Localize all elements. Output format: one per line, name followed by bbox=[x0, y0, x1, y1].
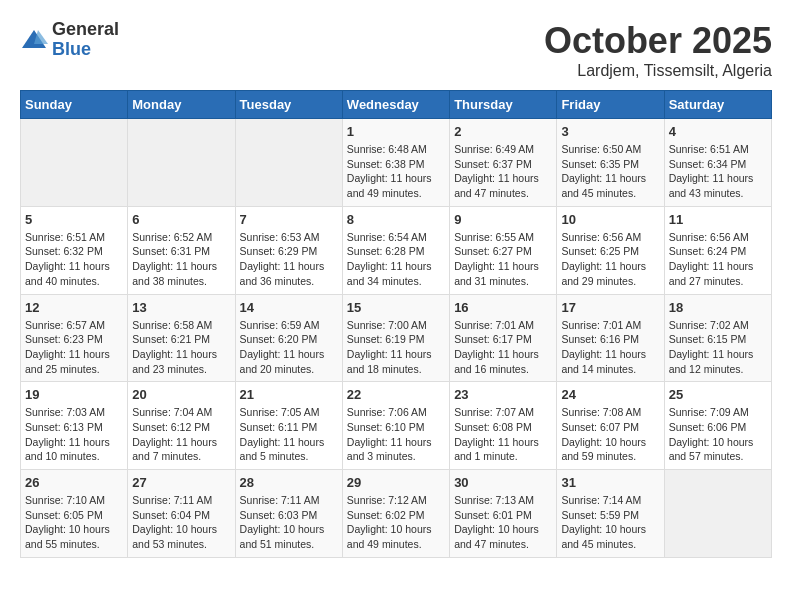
day-number: 7 bbox=[240, 212, 338, 227]
location: Lardjem, Tissemsilt, Algeria bbox=[544, 62, 772, 80]
day-number: 23 bbox=[454, 387, 552, 402]
day-info: Sunrise: 6:56 AMSunset: 6:25 PMDaylight:… bbox=[561, 230, 659, 289]
day-cell: 17Sunrise: 7:01 AMSunset: 6:16 PMDayligh… bbox=[557, 294, 664, 382]
day-number: 11 bbox=[669, 212, 767, 227]
day-cell: 18Sunrise: 7:02 AMSunset: 6:15 PMDayligh… bbox=[664, 294, 771, 382]
day-info: Sunrise: 7:08 AMSunset: 6:07 PMDaylight:… bbox=[561, 405, 659, 464]
logo: General Blue bbox=[20, 20, 119, 60]
day-number: 15 bbox=[347, 300, 445, 315]
day-cell bbox=[128, 119, 235, 207]
day-cell: 4Sunrise: 6:51 AMSunset: 6:34 PMDaylight… bbox=[664, 119, 771, 207]
week-row-3: 12Sunrise: 6:57 AMSunset: 6:23 PMDayligh… bbox=[21, 294, 772, 382]
day-number: 26 bbox=[25, 475, 123, 490]
day-info: Sunrise: 6:59 AMSunset: 6:20 PMDaylight:… bbox=[240, 318, 338, 377]
day-number: 25 bbox=[669, 387, 767, 402]
month-title: October 2025 bbox=[544, 20, 772, 62]
title-area: October 2025 Lardjem, Tissemsilt, Algeri… bbox=[544, 20, 772, 80]
header-monday: Monday bbox=[128, 91, 235, 119]
day-info: Sunrise: 7:05 AMSunset: 6:11 PMDaylight:… bbox=[240, 405, 338, 464]
day-cell: 22Sunrise: 7:06 AMSunset: 6:10 PMDayligh… bbox=[342, 382, 449, 470]
week-row-1: 1Sunrise: 6:48 AMSunset: 6:38 PMDaylight… bbox=[21, 119, 772, 207]
day-info: Sunrise: 7:00 AMSunset: 6:19 PMDaylight:… bbox=[347, 318, 445, 377]
day-info: Sunrise: 6:50 AMSunset: 6:35 PMDaylight:… bbox=[561, 142, 659, 201]
day-cell: 19Sunrise: 7:03 AMSunset: 6:13 PMDayligh… bbox=[21, 382, 128, 470]
day-number: 17 bbox=[561, 300, 659, 315]
logo-general: General bbox=[52, 20, 119, 40]
day-info: Sunrise: 6:52 AMSunset: 6:31 PMDaylight:… bbox=[132, 230, 230, 289]
day-cell: 3Sunrise: 6:50 AMSunset: 6:35 PMDaylight… bbox=[557, 119, 664, 207]
day-cell: 12Sunrise: 6:57 AMSunset: 6:23 PMDayligh… bbox=[21, 294, 128, 382]
day-info: Sunrise: 7:01 AMSunset: 6:17 PMDaylight:… bbox=[454, 318, 552, 377]
day-info: Sunrise: 7:07 AMSunset: 6:08 PMDaylight:… bbox=[454, 405, 552, 464]
day-number: 21 bbox=[240, 387, 338, 402]
day-number: 4 bbox=[669, 124, 767, 139]
day-cell: 21Sunrise: 7:05 AMSunset: 6:11 PMDayligh… bbox=[235, 382, 342, 470]
calendar-table: SundayMondayTuesdayWednesdayThursdayFrid… bbox=[20, 90, 772, 558]
day-cell: 20Sunrise: 7:04 AMSunset: 6:12 PMDayligh… bbox=[128, 382, 235, 470]
week-row-4: 19Sunrise: 7:03 AMSunset: 6:13 PMDayligh… bbox=[21, 382, 772, 470]
day-info: Sunrise: 6:49 AMSunset: 6:37 PMDaylight:… bbox=[454, 142, 552, 201]
day-info: Sunrise: 6:58 AMSunset: 6:21 PMDaylight:… bbox=[132, 318, 230, 377]
day-number: 1 bbox=[347, 124, 445, 139]
day-cell: 26Sunrise: 7:10 AMSunset: 6:05 PMDayligh… bbox=[21, 470, 128, 558]
day-info: Sunrise: 6:55 AMSunset: 6:27 PMDaylight:… bbox=[454, 230, 552, 289]
day-info: Sunrise: 7:10 AMSunset: 6:05 PMDaylight:… bbox=[25, 493, 123, 552]
day-cell: 8Sunrise: 6:54 AMSunset: 6:28 PMDaylight… bbox=[342, 206, 449, 294]
calendar-body: 1Sunrise: 6:48 AMSunset: 6:38 PMDaylight… bbox=[21, 119, 772, 558]
day-info: Sunrise: 6:53 AMSunset: 6:29 PMDaylight:… bbox=[240, 230, 338, 289]
day-cell: 9Sunrise: 6:55 AMSunset: 6:27 PMDaylight… bbox=[450, 206, 557, 294]
day-cell: 13Sunrise: 6:58 AMSunset: 6:21 PMDayligh… bbox=[128, 294, 235, 382]
day-info: Sunrise: 6:56 AMSunset: 6:24 PMDaylight:… bbox=[669, 230, 767, 289]
day-info: Sunrise: 7:11 AMSunset: 6:04 PMDaylight:… bbox=[132, 493, 230, 552]
day-info: Sunrise: 7:02 AMSunset: 6:15 PMDaylight:… bbox=[669, 318, 767, 377]
day-info: Sunrise: 7:09 AMSunset: 6:06 PMDaylight:… bbox=[669, 405, 767, 464]
day-number: 19 bbox=[25, 387, 123, 402]
day-info: Sunrise: 6:51 AMSunset: 6:32 PMDaylight:… bbox=[25, 230, 123, 289]
day-info: Sunrise: 7:04 AMSunset: 6:12 PMDaylight:… bbox=[132, 405, 230, 464]
day-cell: 16Sunrise: 7:01 AMSunset: 6:17 PMDayligh… bbox=[450, 294, 557, 382]
day-cell: 31Sunrise: 7:14 AMSunset: 5:59 PMDayligh… bbox=[557, 470, 664, 558]
day-cell: 23Sunrise: 7:07 AMSunset: 6:08 PMDayligh… bbox=[450, 382, 557, 470]
day-cell: 1Sunrise: 6:48 AMSunset: 6:38 PMDaylight… bbox=[342, 119, 449, 207]
day-cell bbox=[664, 470, 771, 558]
week-row-2: 5Sunrise: 6:51 AMSunset: 6:32 PMDaylight… bbox=[21, 206, 772, 294]
day-info: Sunrise: 6:54 AMSunset: 6:28 PMDaylight:… bbox=[347, 230, 445, 289]
calendar-header: SundayMondayTuesdayWednesdayThursdayFrid… bbox=[21, 91, 772, 119]
day-number: 24 bbox=[561, 387, 659, 402]
day-cell: 27Sunrise: 7:11 AMSunset: 6:04 PMDayligh… bbox=[128, 470, 235, 558]
day-number: 28 bbox=[240, 475, 338, 490]
day-number: 10 bbox=[561, 212, 659, 227]
logo-text: General Blue bbox=[52, 20, 119, 60]
day-info: Sunrise: 7:03 AMSunset: 6:13 PMDaylight:… bbox=[25, 405, 123, 464]
day-info: Sunrise: 6:48 AMSunset: 6:38 PMDaylight:… bbox=[347, 142, 445, 201]
day-number: 3 bbox=[561, 124, 659, 139]
header-sunday: Sunday bbox=[21, 91, 128, 119]
day-cell: 10Sunrise: 6:56 AMSunset: 6:25 PMDayligh… bbox=[557, 206, 664, 294]
day-cell: 5Sunrise: 6:51 AMSunset: 6:32 PMDaylight… bbox=[21, 206, 128, 294]
day-cell: 30Sunrise: 7:13 AMSunset: 6:01 PMDayligh… bbox=[450, 470, 557, 558]
header-row: SundayMondayTuesdayWednesdayThursdayFrid… bbox=[21, 91, 772, 119]
day-number: 22 bbox=[347, 387, 445, 402]
page-header: General Blue October 2025 Lardjem, Tisse… bbox=[20, 20, 772, 80]
header-tuesday: Tuesday bbox=[235, 91, 342, 119]
day-info: Sunrise: 7:13 AMSunset: 6:01 PMDaylight:… bbox=[454, 493, 552, 552]
day-info: Sunrise: 7:01 AMSunset: 6:16 PMDaylight:… bbox=[561, 318, 659, 377]
day-info: Sunrise: 7:12 AMSunset: 6:02 PMDaylight:… bbox=[347, 493, 445, 552]
day-number: 6 bbox=[132, 212, 230, 227]
week-row-5: 26Sunrise: 7:10 AMSunset: 6:05 PMDayligh… bbox=[21, 470, 772, 558]
day-number: 12 bbox=[25, 300, 123, 315]
day-number: 14 bbox=[240, 300, 338, 315]
day-cell: 15Sunrise: 7:00 AMSunset: 6:19 PMDayligh… bbox=[342, 294, 449, 382]
day-cell: 25Sunrise: 7:09 AMSunset: 6:06 PMDayligh… bbox=[664, 382, 771, 470]
logo-blue: Blue bbox=[52, 40, 119, 60]
day-number: 2 bbox=[454, 124, 552, 139]
day-info: Sunrise: 6:51 AMSunset: 6:34 PMDaylight:… bbox=[669, 142, 767, 201]
day-cell: 24Sunrise: 7:08 AMSunset: 6:07 PMDayligh… bbox=[557, 382, 664, 470]
day-info: Sunrise: 7:14 AMSunset: 5:59 PMDaylight:… bbox=[561, 493, 659, 552]
day-cell: 14Sunrise: 6:59 AMSunset: 6:20 PMDayligh… bbox=[235, 294, 342, 382]
day-cell: 2Sunrise: 6:49 AMSunset: 6:37 PMDaylight… bbox=[450, 119, 557, 207]
day-cell: 6Sunrise: 6:52 AMSunset: 6:31 PMDaylight… bbox=[128, 206, 235, 294]
header-saturday: Saturday bbox=[664, 91, 771, 119]
day-info: Sunrise: 7:11 AMSunset: 6:03 PMDaylight:… bbox=[240, 493, 338, 552]
logo-icon bbox=[20, 26, 48, 54]
